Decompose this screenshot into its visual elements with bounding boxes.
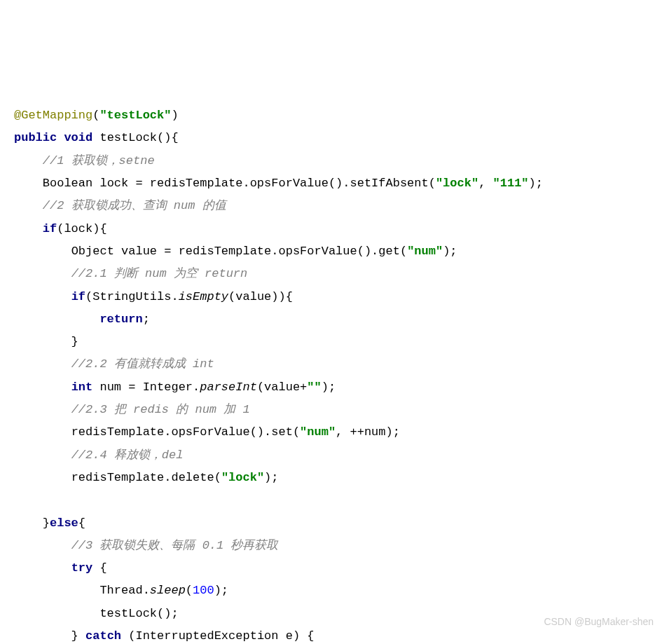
comment-23: //2.3 把 redis 的 num 加 1	[71, 403, 250, 416]
set-tail: , ++num);	[336, 425, 400, 439]
value-decl: Object value =	[71, 245, 179, 258]
delete-pre: .delete(	[164, 471, 221, 484]
annotation-value: "testLock"	[99, 109, 171, 122]
comment-3: //3 获取锁失败、每隔 0.1 秒再获取	[71, 539, 279, 552]
str-lock-1: "lock"	[436, 177, 478, 190]
str-111: "111"	[493, 177, 529, 190]
kw-if-2: if	[71, 290, 85, 303]
comment-22: //2.2 有值就转成成 int	[71, 357, 214, 371]
parseInt-pre: num = Integer.	[92, 381, 200, 394]
num-100: 100	[193, 584, 214, 597]
ops-set: .opsForValue().set(	[164, 425, 300, 439]
sleep: sleep	[150, 584, 186, 597]
comment-24: //2.4 释放锁，del	[71, 448, 184, 462]
kw-if-1: if	[43, 222, 57, 235]
str-lock-2: "lock"	[221, 471, 264, 484]
comment-21: //2.1 判断 num 为空 return	[71, 267, 248, 280]
code-snippet: @GetMapping("testLock") public void test…	[14, 104, 655, 644]
comment-2: //2 获取锁成功、查询 num 的值	[43, 199, 226, 212]
kw-public: public	[14, 131, 57, 144]
kw-void: void	[64, 131, 92, 144]
isEmpty-tail: (value)){	[228, 290, 293, 303]
annotation-name: @GetMapping	[14, 109, 92, 122]
catch-param: (InterruptedException e) {	[121, 629, 314, 643]
kw-else: else	[50, 516, 78, 530]
thread-sleep-pre: Thread.	[99, 584, 149, 597]
redis-template-1: redisTemplate	[150, 177, 243, 190]
ops-setifabsent: .opsForValue().setIfAbsent(	[242, 177, 435, 190]
redis-template-3: redisTemplate	[71, 425, 165, 439]
redis-template-2: redisTemplate	[179, 245, 272, 258]
lock-decl: Boolean lock =	[43, 177, 150, 190]
parseInt: parseInt	[200, 381, 257, 394]
kw-return: return	[99, 313, 142, 326]
if-cond: (lock){	[57, 222, 106, 235]
ops-get: .opsForValue().get(	[271, 245, 407, 258]
kw-catch: catch	[85, 629, 121, 643]
str-num-1: "num"	[407, 245, 443, 258]
watermark: CSDN @BugMaker-shen	[544, 612, 654, 631]
empty-str: ""	[307, 381, 321, 394]
comment-1: //1 获取锁，setne	[43, 154, 155, 167]
testLock-call: testLock();	[99, 607, 178, 620]
parseInt-tail: (value+	[257, 381, 307, 394]
method-name: testLock	[99, 131, 157, 144]
kw-try: try	[71, 561, 93, 575]
stringutils: (StringUtils.	[85, 290, 179, 303]
isEmpty: isEmpty	[179, 290, 228, 303]
str-num-2: "num"	[300, 425, 336, 439]
redis-template-4: redisTemplate	[71, 471, 165, 484]
kw-int: int	[71, 381, 93, 394]
